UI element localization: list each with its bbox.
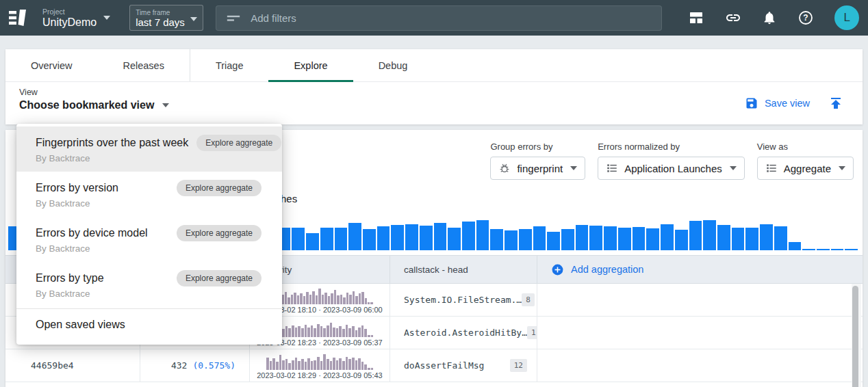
chart-bar (337, 295, 339, 304)
chevron-down-icon (103, 16, 110, 20)
group-errors-by-label: Group errors by (490, 142, 585, 152)
view-as-label: View as (757, 142, 854, 152)
chart-bar (323, 354, 326, 370)
callstack-count-badge: 12 (510, 359, 527, 372)
chart-bar (519, 229, 532, 250)
chart-bar (336, 328, 339, 337)
chart-bar (270, 361, 272, 370)
menu-item-title: Errors by device model (36, 226, 148, 241)
chart-bar (327, 325, 329, 337)
group-errors-by-value: fingerprint (517, 163, 563, 174)
add-filters-placeholder: Add filters (251, 12, 296, 24)
chart-bar (371, 335, 374, 337)
add-filters-input[interactable]: Add filters (216, 5, 662, 31)
chart-bar (297, 295, 299, 304)
chart-bar (314, 360, 316, 370)
bug-icon (498, 162, 511, 174)
chart-bar (333, 358, 335, 370)
menu-item-byline: By Backtrace (36, 243, 261, 255)
menu-item-errors-by-version[interactable]: Errors by version Explore aggregate By B… (16, 172, 282, 217)
header-callstack-head[interactable]: callstack - head (390, 256, 537, 283)
chart-bar (361, 325, 364, 337)
notifications-bell-icon[interactable] (762, 10, 777, 25)
chart-bar (831, 249, 844, 250)
chart-bar (364, 329, 367, 337)
chart-bar (547, 232, 560, 250)
tab-debug[interactable]: Debug (353, 49, 433, 81)
empty-cell (537, 317, 863, 349)
save-view-button[interactable]: Save view (745, 96, 810, 110)
menu-item-errors-by-device-model[interactable]: Errors by device model Explore aggregate… (16, 217, 282, 262)
chart-bar (285, 326, 288, 337)
chart-bar (368, 335, 370, 337)
chart-bar (288, 297, 290, 304)
user-avatar[interactable]: L (834, 5, 859, 30)
dashboard-icon[interactable] (688, 10, 704, 26)
callstack-cell: doAssertFailMsg 12 (390, 349, 537, 382)
help-icon[interactable]: ? (797, 10, 814, 26)
chart-bar (368, 302, 370, 304)
callstack-cell: Asteroid.AsteroidHitBy… 1 (390, 317, 537, 349)
chart-bar (368, 368, 370, 370)
bookmarked-view-selector[interactable]: Choose bookmarked view (19, 99, 863, 111)
tab-triage[interactable]: Triage (190, 49, 269, 81)
chart-bar (355, 360, 358, 370)
chart-bar (295, 358, 298, 370)
view-as-dropdown[interactable]: Aggregate (757, 157, 854, 180)
table-scrollbar-thumb[interactable] (852, 286, 858, 387)
view-as-value: Aggregate (784, 163, 831, 174)
save-view-label: Save view (765, 98, 810, 109)
timeframe-selector[interactable]: Time frame last 7 days (129, 5, 203, 31)
chart-bar (817, 249, 830, 250)
chart-bar (633, 227, 646, 250)
chart-bar (294, 293, 296, 304)
chart-bar (745, 228, 758, 250)
tab-overview[interactable]: Overview (5, 49, 97, 81)
menu-item-byline: By Backtrace (36, 152, 261, 165)
chevron-down-icon (730, 166, 737, 170)
list-icon (765, 162, 778, 174)
empty-cell (537, 349, 863, 382)
menu-item-title: Errors by type (36, 271, 104, 286)
chart-bar (371, 368, 374, 370)
add-aggregation-button[interactable]: Add aggregation (537, 256, 863, 283)
table-scrollbar-track[interactable] (852, 284, 861, 387)
chart-bar (348, 223, 361, 250)
menu-item-fingerprints-over-past-week[interactable]: Fingerprints over the past week Explore … (16, 126, 282, 172)
chart-bar (291, 295, 293, 304)
chart-bar (303, 296, 305, 304)
chart-bar (333, 328, 335, 337)
top-nav-bar: Project UnityDemo Time frame last 7 days… (0, 0, 868, 36)
chart-bar (320, 361, 323, 370)
chart-bar (305, 362, 307, 370)
tab-explore[interactable]: Explore (268, 49, 353, 81)
menu-item-errors-by-type[interactable]: Errors by type Explore aggregate By Back… (16, 262, 282, 307)
plus-circle-icon (551, 263, 564, 276)
chart-bar (328, 296, 330, 304)
chart-bar (339, 358, 342, 370)
tab-releases[interactable]: Releases (97, 49, 189, 81)
upload-view-icon[interactable] (828, 95, 844, 111)
chart-bar (505, 230, 518, 250)
chevron-down-icon (570, 166, 577, 170)
chart-bar (279, 355, 282, 370)
chart-bar (318, 289, 320, 304)
backtrace-logo-icon[interactable] (8, 8, 29, 28)
explore-aggregate-badge: Explore aggregate (196, 135, 281, 151)
help-glyph: ? (803, 13, 808, 23)
menu-item-title: Errors by version (36, 181, 118, 196)
chart-bar (320, 228, 333, 250)
chart-bar (335, 228, 348, 250)
errors-normalized-by-dropdown[interactable]: Application Launches (598, 157, 745, 180)
table-row[interactable]: 44659be4 432(0.575%) 2023-03-02 18:29 · … (5, 349, 863, 382)
chart-bar (732, 228, 745, 250)
chart-bar (370, 302, 372, 304)
link-icon[interactable] (725, 10, 741, 26)
chevron-down-icon (162, 103, 169, 107)
chevron-down-icon (190, 17, 197, 21)
group-errors-by-dropdown[interactable]: fingerprint (490, 157, 585, 180)
chart-bar (340, 295, 342, 304)
filter-icon (226, 10, 241, 25)
project-selector[interactable]: Project UnityDemo (42, 8, 110, 29)
menu-item-open-saved-views[interactable]: Open saved views (16, 309, 282, 339)
